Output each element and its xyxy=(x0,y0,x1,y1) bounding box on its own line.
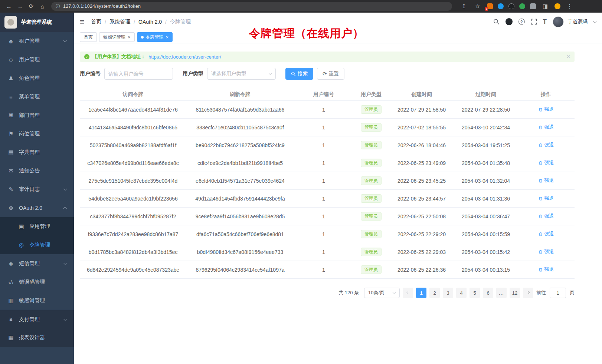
browser-back-icon[interactable]: ← xyxy=(4,2,13,11)
sidebar-item-post[interactable]: ⚑岗位管理 xyxy=(0,125,74,143)
menu-label: 用户管理 xyxy=(19,56,40,63)
tab-0[interactable]: 首页 xyxy=(80,32,97,42)
browser-home-icon[interactable]: ⌂ xyxy=(38,2,47,11)
page-button-5[interactable]: 5 xyxy=(470,288,480,298)
theme-toggle-icon[interactable]: ◨ xyxy=(541,2,550,11)
force-logout-button[interactable]: 强退 xyxy=(538,248,554,255)
delete-icon xyxy=(538,214,543,219)
oauth-icon: ⊛ xyxy=(7,205,14,211)
expire-time-cell: 2054-03-04 00:36:47 xyxy=(454,208,517,225)
breadcrumb-item-0[interactable]: 首页 xyxy=(91,19,101,25)
app-logo[interactable]: 芋道管理系统 xyxy=(0,13,74,32)
page-ellipsis[interactable]: ... xyxy=(496,288,507,298)
page-button-12[interactable]: 12 xyxy=(510,288,520,298)
expire-time-cell: 2022-07-29 22:28:50 xyxy=(454,101,517,119)
force-logout-label: 强退 xyxy=(544,177,554,184)
created-time-cell: 2022-06-25 22:29:03 xyxy=(389,243,454,261)
address-bar[interactable]: ⓘ 127.0.0.1:1024/system/oauth2/token xyxy=(51,2,452,11)
user-id-input[interactable] xyxy=(104,68,173,80)
page-size-select[interactable]: 10条/页 xyxy=(364,288,400,298)
user-type-select[interactable]: 请选择用户类型 xyxy=(207,68,276,80)
menu-label: 应用管理 xyxy=(29,223,50,230)
force-logout-button[interactable]: 强退 xyxy=(538,177,554,184)
user-avatar[interactable] xyxy=(553,16,564,27)
created-time-cell: 2022-06-26 18:04:46 xyxy=(389,136,454,154)
extension-icon-dark[interactable] xyxy=(508,3,514,9)
breadcrumb-item-2[interactable]: OAuth 2.0 xyxy=(138,19,162,25)
force-logout-button[interactable]: 强退 xyxy=(538,266,554,273)
menu-label: 错误码管理 xyxy=(19,279,45,285)
sidebar-item-tenant[interactable]: ☻租户管理 xyxy=(0,32,74,50)
browser-forward-icon[interactable]: → xyxy=(16,2,24,11)
page-button-6[interactable]: 6 xyxy=(483,288,493,298)
breadcrumb-item-1[interactable]: 系统管理 xyxy=(109,19,130,25)
access-token-cell: c347026e805e4d99b0d116eae66eda8c xyxy=(80,154,186,172)
force-logout-button[interactable]: 强退 xyxy=(538,213,554,219)
force-logout-button[interactable]: 强退 xyxy=(538,106,554,113)
bookmark-star-icon[interactable]: ☆ xyxy=(473,2,482,11)
menu-label: 租户管理 xyxy=(19,38,40,44)
tab-close-icon[interactable]: × xyxy=(166,35,169,40)
page-content: ✓ 【用户体系】文档地址： https://doc.iocoder.cn/use… xyxy=(74,43,602,364)
search-button[interactable]: 搜索 xyxy=(285,68,313,80)
extension-icon-orange[interactable]: 6 xyxy=(487,3,493,9)
force-logout-button[interactable]: 强退 xyxy=(538,124,554,130)
submenu-item-application[interactable]: ▣应用管理 xyxy=(0,217,74,236)
refresh-token-cell: dfa6c71a50a54c66bef706ef9e6e8d81 xyxy=(186,225,294,243)
sidebar-toggle-icon[interactable]: ≡ xyxy=(80,18,84,26)
sidebar-item-audit-log[interactable]: ✎审计日志 xyxy=(0,180,74,199)
sidebar-item-error-code[interactable]: ‹/›错误码管理 xyxy=(0,273,74,291)
goto-page-input[interactable] xyxy=(550,288,566,298)
sidebar-item-report-designer[interactable]: ▦报表设计器 xyxy=(0,328,74,347)
extension-icon-green[interactable] xyxy=(519,3,525,9)
fullscreen-icon[interactable] xyxy=(531,19,537,25)
search-icon[interactable] xyxy=(493,19,500,25)
tab-close-icon[interactable]: × xyxy=(128,35,131,40)
delete-icon xyxy=(538,143,543,148)
sidebar-item-oauth[interactable]: ⊛OAuth 2.0 xyxy=(0,199,74,217)
sidebar-item-menu[interactable]: ≡菜单管理 xyxy=(0,87,74,106)
user-type-cell: 管理员 xyxy=(353,172,389,190)
sidebar-item-department[interactable]: ⌘部门管理 xyxy=(0,106,74,125)
user-name[interactable]: 芋道源码 xyxy=(567,19,588,25)
page-button-3[interactable]: 3 xyxy=(443,288,453,298)
alert-close-icon[interactable]: × xyxy=(567,54,570,60)
sidebar-item-sensitive-word[interactable]: ▥敏感词管理 xyxy=(0,291,74,310)
page-button-4[interactable]: 4 xyxy=(456,288,467,298)
sidebar-item-dictionary[interactable]: ▤字典管理 xyxy=(0,143,74,162)
help-icon[interactable]: ? xyxy=(518,19,525,25)
sidebar-item-role[interactable]: ♟角色管理 xyxy=(0,69,74,87)
prev-page-button[interactable] xyxy=(403,288,413,298)
sidebar-item-sms[interactable]: ◈短信管理 xyxy=(0,254,74,273)
force-logout-button[interactable]: 强退 xyxy=(538,142,554,148)
extension-icon-bird[interactable] xyxy=(498,3,504,9)
force-logout-label: 强退 xyxy=(544,159,554,166)
chevron-down-icon xyxy=(393,291,396,294)
profile-avatar-icon[interactable] xyxy=(554,3,560,9)
share-icon[interactable]: ↥ xyxy=(459,2,468,11)
tab-1[interactable]: 敏感词管理× xyxy=(99,32,135,42)
page-button-2[interactable]: 2 xyxy=(429,288,440,298)
github-icon[interactable] xyxy=(506,18,513,25)
font-size-icon[interactable]: T xyxy=(543,18,547,26)
next-page-button[interactable] xyxy=(523,288,533,298)
browser-menu-icon[interactable]: ⋮ xyxy=(565,2,574,11)
reset-button[interactable]: ⟳ 重置 xyxy=(317,68,344,80)
browser-reload-icon[interactable]: ⟳ xyxy=(27,2,36,11)
tab-2-active[interactable]: 令牌管理× xyxy=(137,32,173,42)
alert-doc-link[interactable]: https://doc.iocoder.cn/user-center/ xyxy=(148,54,221,60)
breadcrumb: 首页/系统管理/OAuth 2.0/令牌管理 xyxy=(91,19,191,25)
force-logout-button[interactable]: 强退 xyxy=(538,195,554,202)
menu-label: 报表设计器 xyxy=(19,334,45,341)
sidebar-item-notice[interactable]: ✉通知公告 xyxy=(0,162,74,180)
submenu-item-token[interactable]: ◎令牌管理 xyxy=(0,236,74,254)
page-button-1[interactable]: 1 xyxy=(416,288,426,298)
url-text[interactable]: 127.0.0.1:1024/system/oauth2/token xyxy=(63,4,141,9)
site-info-icon[interactable]: ⓘ xyxy=(56,3,60,10)
force-logout-button[interactable]: 强退 xyxy=(538,231,554,237)
sidebar-item-payment[interactable]: ¥支付管理 xyxy=(0,310,74,328)
extensions-puzzle-icon[interactable] xyxy=(530,3,536,9)
sidebar-item-user[interactable]: ☺用户管理 xyxy=(0,50,74,69)
force-logout-button[interactable]: 强退 xyxy=(538,159,554,166)
refresh-token-cell: 8796295f04064c2983414cc54af1097a xyxy=(186,261,294,279)
